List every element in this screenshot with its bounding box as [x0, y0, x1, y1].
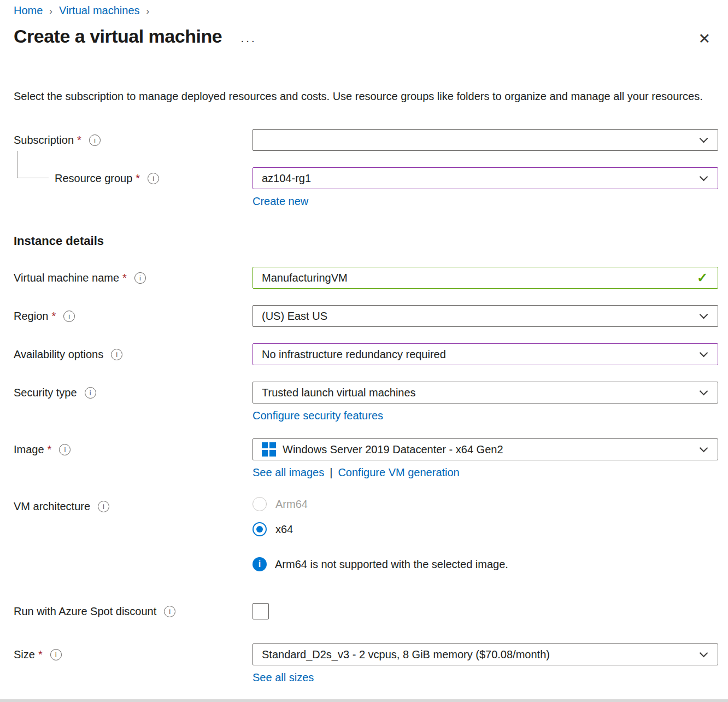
info-icon[interactable]: i: [111, 349, 122, 360]
region-label-group: Region * i: [14, 305, 253, 327]
vm-name-value: ManufacturingVM: [262, 272, 697, 284]
radio-button-selected-icon: [253, 522, 267, 536]
azure-spot-checkbox[interactable]: [253, 603, 269, 619]
info-icon-glyph: i: [90, 389, 91, 397]
security-type-value: Trusted launch virtual machines: [262, 387, 694, 399]
size-row: Size * i Standard_D2s_v3 - 2 vcpus, 8 Gi…: [0, 644, 728, 684]
security-type-label: Security type: [14, 387, 77, 399]
tree-connector-line: [17, 151, 49, 178]
chevron-down-icon: [700, 348, 708, 357]
resource-group-select[interactable]: az104-rg1: [253, 167, 718, 189]
size-label-group: Size * i: [14, 644, 253, 665]
vm-name-row: Virtual machine name * i ManufacturingVM…: [0, 267, 728, 289]
info-icon-glyph: i: [259, 559, 261, 569]
info-icon[interactable]: i: [59, 444, 71, 455]
info-icon[interactable]: i: [85, 387, 96, 399]
size-select[interactable]: Standard_D2s_v3 - 2 vcpus, 8 GiB memory …: [253, 644, 718, 665]
info-icon-glyph: i: [55, 651, 57, 659]
availability-label-group: Availability options i: [14, 343, 253, 365]
vm-name-label-group: Virtual machine name * i: [14, 267, 253, 289]
region-value: (US) East US: [262, 310, 694, 323]
image-value: Windows Server 2019 Datacenter - x64 Gen…: [283, 443, 694, 456]
see-all-images-link[interactable]: See all images: [253, 466, 324, 479]
info-icon[interactable]: i: [63, 311, 75, 322]
instance-details-heading: Instance details: [14, 234, 728, 248]
info-icon[interactable]: i: [148, 173, 159, 184]
subscription-row: Subscription * i: [0, 129, 728, 151]
breadcrumb: Home › Virtual machines ›: [0, 0, 728, 17]
azure-spot-row: Run with Azure Spot discount i: [0, 603, 728, 622]
see-all-sizes-link[interactable]: See all sizes: [253, 671, 314, 684]
configure-security-features-link[interactable]: Configure security features: [253, 410, 383, 422]
required-asterisk: *: [136, 172, 140, 185]
availability-options-select[interactable]: No infrastructure redundancy required: [253, 343, 718, 365]
create-vm-page: Home › Virtual machines › Create a virtu…: [0, 0, 728, 702]
required-asterisk: *: [51, 310, 56, 323]
chevron-down-icon: [700, 443, 708, 452]
image-select[interactable]: Windows Server 2019 Datacenter - x64 Gen…: [253, 438, 718, 460]
breadcrumb-separator-icon: ›: [49, 6, 52, 17]
breadcrumb-home[interactable]: Home: [14, 4, 43, 17]
info-icon-glyph: i: [169, 607, 171, 616]
image-label: Image: [14, 443, 44, 456]
chevron-down-icon: [700, 387, 708, 395]
radio-label-x64: x64: [275, 523, 293, 536]
bottom-divider: [0, 699, 728, 702]
vm-architecture-label: VM architecture: [14, 500, 90, 513]
arm64-info-text: Arm64 is not supported with the selected…: [275, 558, 508, 571]
more-options-icon[interactable]: ···: [240, 34, 256, 47]
required-asterisk: *: [38, 648, 43, 661]
subscription-select[interactable]: [253, 129, 718, 151]
vm-name-label: Virtual machine name: [14, 272, 119, 284]
arm64-info-message: i Arm64 is not supported with the select…: [253, 557, 728, 571]
radio-option-arm64[interactable]: Arm64: [253, 497, 718, 511]
size-value: Standard_D2s_v3 - 2 vcpus, 8 GiB memory …: [262, 648, 694, 661]
required-asterisk: *: [48, 443, 52, 456]
configure-vm-generation-link[interactable]: Configure VM generation: [338, 466, 459, 479]
page-title: Create a virtual machine: [14, 26, 222, 47]
page-header: Create a virtual machine ··· ✕: [0, 17, 728, 49]
vm-architecture-row: VM architecture i Arm64 x64: [0, 495, 728, 536]
availability-options-label: Availability options: [14, 348, 103, 361]
vm-name-input[interactable]: ManufacturingVM ✓: [253, 267, 718, 289]
link-separator: |: [330, 466, 332, 478]
chevron-down-icon: [700, 648, 708, 657]
resource-group-label: Resource group: [55, 172, 132, 185]
security-type-select[interactable]: Trusted launch virtual machines: [253, 382, 718, 403]
chevron-down-icon: [700, 172, 708, 181]
close-icon[interactable]: ✕: [695, 29, 714, 49]
breadcrumb-virtual-machines[interactable]: Virtual machines: [59, 4, 139, 17]
azure-spot-label: Run with Azure Spot discount: [14, 605, 156, 618]
region-row: Region * i (US) East US: [0, 305, 728, 327]
azure-spot-label-group: Run with Azure Spot discount i: [14, 603, 253, 619]
required-asterisk: *: [122, 272, 127, 284]
radio-option-x64[interactable]: x64: [253, 522, 718, 536]
info-icon[interactable]: i: [134, 272, 146, 284]
subscription-label-group: Subscription * i: [14, 129, 253, 151]
resource-group-row: Resource group * i az104-rg1 Create new: [0, 167, 728, 208]
info-icon-glyph: i: [152, 174, 154, 183]
info-icon[interactable]: i: [164, 606, 175, 617]
info-icon[interactable]: i: [98, 501, 109, 512]
size-label: Size: [14, 648, 35, 661]
security-type-label-group: Security type i: [14, 382, 253, 403]
basics-form: Subscription * i Resource group * i: [0, 129, 728, 684]
subscription-label: Subscription: [14, 134, 74, 147]
chevron-down-icon: [700, 310, 708, 319]
info-icon-glyph: i: [64, 446, 66, 454]
image-row: Image * i Windows Server 2019 Datacenter…: [0, 438, 728, 479]
region-label: Region: [14, 310, 48, 323]
region-select[interactable]: (US) East US: [253, 305, 718, 327]
resource-group-value: az104-rg1: [262, 172, 694, 185]
radio-button-icon: [253, 497, 267, 511]
breadcrumb-separator-icon: ›: [146, 6, 150, 17]
info-icon[interactable]: i: [50, 649, 62, 660]
image-label-group: Image * i: [14, 438, 253, 460]
create-new-resource-group-link[interactable]: Create new: [253, 195, 308, 208]
info-icon-glyph: i: [116, 350, 118, 359]
vm-architecture-label-group: VM architecture i: [14, 495, 253, 517]
info-icon-glyph: i: [68, 312, 70, 320]
info-icon[interactable]: i: [89, 134, 101, 146]
radio-label-arm64: Arm64: [275, 498, 308, 511]
info-filled-icon: i: [253, 557, 267, 571]
